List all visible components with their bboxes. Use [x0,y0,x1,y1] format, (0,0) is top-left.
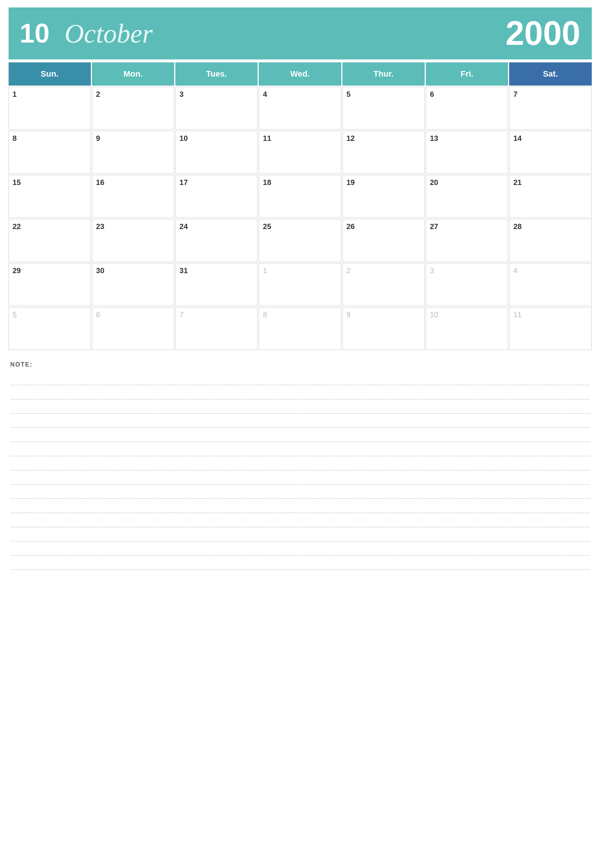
calendar-cell[interactable]: 11 [259,131,341,174]
cell-day-number: 11 [263,134,271,142]
cell-day-number: 3 [179,90,183,98]
cell-day-number: 9 [96,134,100,142]
calendar-cell[interactable]: 6 [92,307,174,350]
calendar-cell[interactable]: 27 [426,219,508,262]
calendar-cell[interactable]: 13 [426,131,508,174]
cell-day-number: 5 [347,90,351,98]
calendar-cell[interactable]: 2 [342,263,425,306]
calendar-cell[interactable]: 10 [426,307,508,350]
calendar-cell[interactable]: 19 [342,175,425,218]
day-header-sat: Sat. [509,62,591,86]
day-header-mon: Mon. [92,62,174,86]
calendar-cell[interactable]: 29 [9,263,91,306]
cell-day-number: 7 [513,90,517,98]
day-header-sun: Sun. [9,62,91,86]
cell-day-number: 24 [179,222,188,231]
note-line [11,527,590,541]
notes-label: NOTE: [11,361,590,368]
calendar-cell[interactable]: 15 [9,175,91,218]
calendar-cell[interactable]: 30 [92,263,174,306]
day-header-fri: Fri. [426,62,508,86]
cell-day-number: 25 [263,222,271,231]
cell-day-number: 15 [13,178,21,186]
cell-day-number: 6 [96,310,100,319]
cell-day-number: 21 [513,178,521,186]
calendar-cell[interactable]: 9 [342,307,425,350]
calendar-cell[interactable]: 14 [509,131,591,174]
calendar-cell[interactable]: 18 [259,175,341,218]
calendar-cell[interactable]: 9 [92,131,174,174]
calendar-cell[interactable]: 21 [509,175,591,218]
calendar-cell[interactable]: 17 [175,175,258,218]
cell-day-number: 22 [13,222,21,231]
calendar-grid: 1234567891011121314151617181920212223242… [9,87,592,350]
cell-day-number: 19 [347,178,355,186]
note-line [11,385,590,399]
day-header-thur: Thur. [342,62,425,86]
notes-lines [11,371,590,570]
calendar-cell[interactable]: 3 [426,263,508,306]
cell-day-number: 13 [430,134,438,142]
cell-day-number: 29 [13,266,21,275]
calendar-cell[interactable]: 6 [426,87,508,130]
cell-day-number: 14 [513,134,521,142]
note-line [11,485,590,499]
calendar-cell[interactable]: 11 [509,307,591,350]
day-headers: Sun.Mon.Tues.Wed.Thur.Fri.Sat. [9,62,592,86]
calendar-cell[interactable]: 5 [9,307,91,350]
calendar-cell[interactable]: 23 [92,219,174,262]
cell-day-number: 4 [263,90,267,98]
calendar-cell[interactable]: 5 [342,87,425,130]
calendar-cell[interactable]: 22 [9,219,91,262]
cell-day-number: 27 [430,222,438,231]
cell-day-number: 9 [347,310,351,319]
cell-day-number: 20 [430,178,438,186]
note-line [11,428,590,442]
cell-day-number: 10 [179,134,188,142]
calendar-header: 10 October 2000 [9,8,592,59]
header-left: 10 October [20,18,153,49]
note-line [11,442,590,456]
calendar-cell[interactable]: 20 [426,175,508,218]
calendar-cell[interactable]: 8 [259,307,341,350]
cell-day-number: 1 [13,90,17,98]
calendar-cell[interactable]: 26 [342,219,425,262]
note-line [11,371,590,385]
note-line [11,499,590,513]
calendar-wrapper: 10 October 2000 Sun.Mon.Tues.Wed.Thur.Fr… [9,0,592,577]
note-line [11,399,590,414]
calendar-cell[interactable]: 1 [259,263,341,306]
day-header-wed: Wed. [259,62,341,86]
cell-day-number: 10 [430,310,438,319]
calendar-cell[interactable]: 4 [509,263,591,306]
cell-day-number: 5 [13,310,17,319]
month-number: 10 [20,18,50,48]
calendar-cell[interactable]: 16 [92,175,174,218]
cell-day-number: 26 [347,222,355,231]
calendar-cell[interactable]: 8 [9,131,91,174]
calendar-cell[interactable]: 4 [259,87,341,130]
cell-day-number: 1 [263,266,267,275]
calendar-cell[interactable]: 24 [175,219,258,262]
calendar-cell[interactable]: 10 [175,131,258,174]
cell-day-number: 4 [513,266,517,275]
calendar-cell[interactable]: 7 [509,87,591,130]
calendar-cell[interactable]: 1 [9,87,91,130]
cell-day-number: 31 [179,266,188,275]
calendar-cell[interactable]: 28 [509,219,591,262]
calendar-cell[interactable]: 2 [92,87,174,130]
note-line [11,470,590,485]
cell-day-number: 30 [96,266,104,275]
calendar-cell[interactable]: 3 [175,87,258,130]
notes-section: NOTE: [9,361,592,570]
cell-day-number: 2 [347,266,351,275]
cell-day-number: 6 [430,90,434,98]
note-line [11,556,590,570]
cell-day-number: 12 [347,134,355,142]
calendar-cell[interactable]: 7 [175,307,258,350]
cell-day-number: 7 [179,310,183,319]
calendar-cell[interactable]: 12 [342,131,425,174]
cell-day-number: 11 [513,310,521,319]
calendar-cell[interactable]: 31 [175,263,258,306]
calendar-cell[interactable]: 25 [259,219,341,262]
